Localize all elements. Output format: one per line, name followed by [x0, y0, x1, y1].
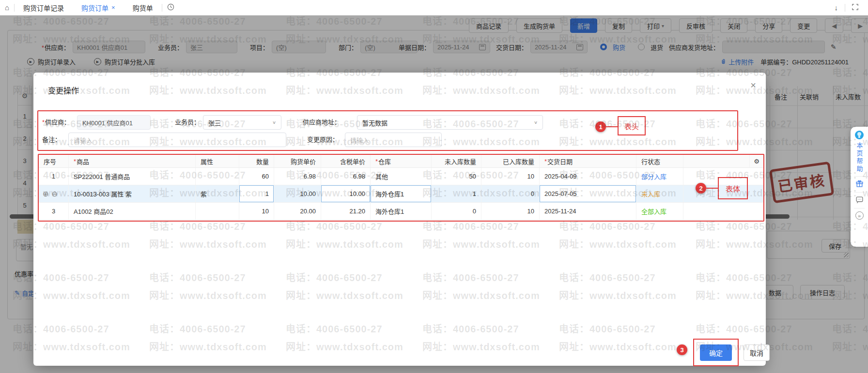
cell-delivery-date[interactable]: 2025-04-09 [540, 168, 636, 185]
chat-icon[interactable] [855, 195, 864, 205]
col-index: 序号 [39, 155, 69, 167]
cell-index: 3 [39, 203, 69, 220]
table-header-row: 序号 *商品 属性 数量 购货单价 含税单价 *仓库 未入库数量 已入库数量 *… [39, 155, 763, 168]
modal-remark-input[interactable]: 请输入 [68, 133, 286, 147]
cell-warehouse[interactable]: 海外仓库1 [371, 203, 432, 220]
help-bulb-icon[interactable] [855, 131, 864, 139]
col-delivery-date: *交货日期 [540, 155, 636, 167]
annotation-badge-3: 3 [677, 344, 687, 355]
col-extra [683, 155, 750, 167]
line-status-badge: 部分入库 [641, 172, 666, 181]
divider [854, 192, 865, 193]
cell-attr [196, 203, 239, 220]
modal-title: 变更操作 [48, 84, 79, 96]
cell-pending-qty: 0 [432, 203, 481, 220]
cell-received-qty: 10 [481, 168, 540, 185]
cell-product: 10-0013-003 属性 紫 [69, 185, 196, 202]
cell-product: SP222001 普通商品 [69, 168, 196, 185]
cell-pending-qty: 1 [432, 185, 481, 202]
tab-purchase-order-records[interactable]: 购货订单记录 [15, 0, 73, 15]
add-row-icon[interactable]: ⊕ [43, 190, 49, 198]
cancel-button[interactable]: 取消 [744, 344, 770, 361]
remove-row-icon[interactable]: ⊖ [52, 190, 58, 198]
fullscreen-icon[interactable] [847, 3, 863, 12]
modal-supplier-label: *供应商： [42, 115, 70, 130]
cell-index: ⊕ ⊖ [39, 185, 69, 202]
col-pending-qty: 未入库数量 [432, 155, 481, 167]
modal-salesman-label: 业务员： [175, 115, 200, 130]
annotation-line [606, 126, 618, 127]
divider [845, 4, 845, 12]
col-product: *商品 [69, 155, 196, 167]
col-qty: 数量 [239, 155, 274, 167]
modal-addr-label: 供应商地址： [303, 115, 341, 130]
cell-delivery-date[interactable]: 2025-11-24 [540, 203, 636, 220]
cell-attr [196, 168, 239, 185]
cell-price: 10.00 [274, 185, 321, 202]
annotation-badge-2: 2 [696, 183, 706, 194]
cell-received-qty: 0 [481, 185, 540, 202]
required-star: * [375, 158, 378, 165]
required-star: * [42, 119, 45, 126]
modal-close-icon[interactable]: × [750, 80, 756, 90]
modal-remark-label: 备注： [42, 133, 61, 147]
cell-qty-editing[interactable]: 1 [239, 185, 274, 202]
cell-price: 6.98 [274, 168, 321, 185]
table-row[interactable]: 1 SP222001 普通商品 60 6.98 6.98 其他 50 10 20… [39, 168, 763, 185]
collapse-panel-icon[interactable]: » [855, 211, 864, 220]
required-star: * [74, 158, 76, 165]
close-tab-icon[interactable]: × [111, 4, 115, 11]
history-icon[interactable] [162, 3, 179, 12]
cell-warehouse-editing[interactable]: 海外仓库1 [371, 185, 432, 202]
annotation-label-body: 表体 [718, 177, 748, 199]
col-line-status: 行状态 [636, 155, 683, 167]
modal-salesman-select[interactable]: 张三∨ [203, 115, 281, 130]
cell-index: 1 [39, 168, 69, 185]
tab-purchase-order[interactable]: 购货订单× [73, 0, 124, 15]
change-operation-modal: 变更操作 × *供应商： KH0001 供应商01 业务员： 张三∨ 供应商地址… [33, 73, 766, 366]
cell-product: A1002 商品02 [69, 203, 196, 220]
table-row-selected[interactable]: ⊕ ⊖ 10-0013-003 属性 紫 紫 1 10.00 10.00 海外仓… [39, 185, 763, 203]
tab-bar: ⌂ 购货订单记录 购货订单× 购货单 ↓ [0, 0, 868, 15]
cell-tax-price: 21.20 [321, 203, 371, 220]
line-status-badge: 未入库 [641, 189, 660, 198]
screen: 商品记录 生成购货单 新增 复制 打印▾ 反审核 关闭 分享 变更 ◀ ▶ *供… [0, 0, 868, 373]
minimize-icon[interactable]: ↓ [830, 3, 843, 12]
modal-reason-label: 变更原因： [307, 133, 339, 147]
page-help-label[interactable]: 本页帮助 [855, 142, 864, 173]
cell-qty[interactable]: 10 [239, 203, 274, 220]
annotation-badge-1: 1 [595, 121, 606, 132]
divider [854, 176, 865, 177]
col-price: 购货单价 [274, 155, 321, 167]
cell-pending-qty: 50 [432, 168, 481, 185]
table-row[interactable]: 3 A1002 商品02 10 20.00 21.20 海外仓库1 0 10 2… [39, 203, 763, 220]
table-settings-icon[interactable]: ⚙ [750, 155, 763, 167]
modal-table: 序号 *商品 属性 数量 购货单价 含税单价 *仓库 未入库数量 已入库数量 *… [39, 155, 763, 220]
divider [854, 208, 865, 209]
cell-price: 20.00 [274, 203, 321, 220]
gift-icon[interactable] [855, 179, 864, 189]
col-tax-price: 含税单价 [321, 155, 371, 167]
cell-tax-price: 6.98 [321, 168, 371, 185]
line-status-badge: 全部入库 [641, 207, 666, 216]
modal-addr-select[interactable]: 暂无数据∨ [357, 115, 543, 130]
modal-reason-input[interactable]: 请输入 [345, 133, 442, 147]
tab-purchase-bill[interactable]: 购货单 [124, 0, 162, 15]
help-panel: 本页帮助 » [851, 127, 868, 247]
annotation-line [706, 188, 718, 189]
cell-qty[interactable]: 60 [239, 168, 274, 185]
cell-received-qty: 10 [481, 203, 540, 220]
chevron-down-icon: ∨ [534, 120, 538, 125]
annotation-label-header: 表头 [618, 116, 646, 135]
cell-attr: 紫 [196, 185, 239, 202]
annotation-box-confirm [693, 339, 739, 366]
col-warehouse: *仓库 [371, 155, 432, 167]
required-star: * [544, 158, 547, 165]
modal-supplier-field[interactable]: KH0001 供应商01 [77, 115, 151, 130]
cell-warehouse[interactable]: 其他 [371, 168, 432, 185]
cell-delivery-date-editing[interactable]: 2025-07-05 [540, 185, 636, 202]
home-icon[interactable]: ⌂ [0, 3, 14, 12]
cell-tax-price-editing[interactable]: 10.00 [321, 185, 371, 202]
col-attr: 属性 [196, 155, 239, 167]
col-received-qty: 已入库数量 [481, 155, 540, 167]
